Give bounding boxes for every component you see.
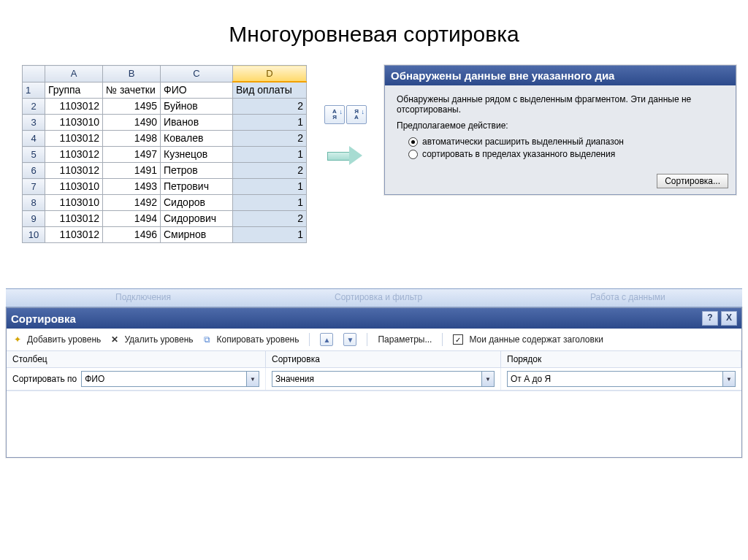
- sort-by-label: Сортировать по: [12, 374, 77, 384]
- cell[interactable]: 1492: [103, 195, 161, 211]
- cell[interactable]: 1103010: [45, 195, 103, 211]
- sort-on-combo[interactable]: Значения ▼: [272, 371, 495, 387]
- col-header-d-selected[interactable]: D: [233, 66, 307, 83]
- cell[interactable]: 2: [233, 163, 307, 179]
- close-button[interactable]: X: [721, 311, 737, 326]
- warning-action-label: Предполагаемое действие:: [397, 120, 728, 131]
- cell[interactable]: Группа: [45, 82, 103, 99]
- column-header-column: Столбец: [7, 351, 266, 367]
- cell[interactable]: Петрович: [161, 179, 233, 195]
- cell[interactable]: 1103010: [45, 179, 103, 195]
- arrow-right-icon: [327, 146, 364, 165]
- radio-label: сортировать в пределах указанного выделе…: [422, 149, 615, 159]
- copy-level-button[interactable]: ⧉ Копировать уровень: [204, 334, 299, 345]
- row-header[interactable]: 10: [23, 227, 45, 243]
- cell[interactable]: 1496: [103, 227, 161, 243]
- add-level-button[interactable]: ✦ Добавить уровень: [14, 334, 101, 345]
- cell[interactable]: Смирнов: [161, 227, 233, 243]
- checkbox-label: Мои данные содержат заголовки: [469, 334, 603, 345]
- col-header-a[interactable]: A: [45, 66, 103, 83]
- cell[interactable]: 2: [233, 131, 307, 147]
- move-down-button[interactable]: ▼: [343, 333, 356, 346]
- spreadsheet: A B C D 1 Группа № зачетки ФИО Вид оплат…: [22, 65, 307, 243]
- warning-dialog: Обнаружены данные вне указанного диа Обн…: [384, 65, 736, 195]
- col-header-b[interactable]: B: [103, 66, 161, 83]
- headers-checkbox[interactable]: ✓ Мои данные содержат заголовки: [453, 334, 603, 345]
- cell[interactable]: 1103012: [45, 211, 103, 227]
- cell[interactable]: 1: [233, 147, 307, 163]
- warning-text: Обнаружены данные рядом с выделенным фра…: [397, 94, 728, 115]
- sort-desc-button[interactable]: ЯА↓: [346, 105, 367, 124]
- cell[interactable]: 1: [233, 115, 307, 131]
- radio-icon: [408, 137, 418, 147]
- cell[interactable]: 1103012: [45, 227, 103, 243]
- sort-field-combo[interactable]: ФИО ▼: [81, 371, 259, 387]
- cell[interactable]: № зачетки: [103, 82, 161, 99]
- cell[interactable]: Кузнецов: [161, 147, 233, 163]
- cell[interactable]: Иванов: [161, 115, 233, 131]
- col-header-c[interactable]: C: [161, 66, 233, 83]
- arrow-down-icon: ↓: [362, 108, 365, 115]
- cell[interactable]: 1491: [103, 163, 161, 179]
- row-header[interactable]: 6: [23, 163, 45, 179]
- cell[interactable]: Ковалев: [161, 131, 233, 147]
- sort-order-combo[interactable]: От А до Я ▼: [507, 371, 736, 387]
- ribbon-section-labels: Подключения Сортировка и фильтр Работа с…: [6, 288, 742, 307]
- cell[interactable]: Вид оплаты: [233, 82, 307, 99]
- cell[interactable]: 1103012: [45, 163, 103, 179]
- combo-value: ФИО: [85, 374, 104, 384]
- warning-title: Обнаружены данные вне указанного диа: [385, 66, 736, 85]
- add-level-icon: ✦: [14, 334, 24, 345]
- arrow-down-icon: ↓: [340, 108, 343, 115]
- checkbox-checked-icon: ✓: [453, 334, 463, 345]
- cell[interactable]: 1: [233, 195, 307, 211]
- cell[interactable]: ФИО: [161, 82, 233, 99]
- tool-label: Добавить уровень: [27, 334, 101, 345]
- cell[interactable]: 1: [233, 179, 307, 195]
- cell[interactable]: Сидорович: [161, 211, 233, 227]
- cell[interactable]: Буйнов: [161, 99, 233, 115]
- radio-auto-expand[interactable]: автоматически расширить выделенный диапа…: [408, 137, 728, 147]
- copy-level-icon: ⧉: [204, 334, 214, 345]
- cell[interactable]: 1495: [103, 99, 161, 115]
- row-header[interactable]: 8: [23, 195, 45, 211]
- options-button[interactable]: Параметры...: [378, 334, 432, 345]
- cell[interactable]: 1103012: [45, 99, 103, 115]
- cell[interactable]: 1490: [103, 115, 161, 131]
- move-up-button[interactable]: ▲: [320, 333, 333, 346]
- cell[interactable]: Петров: [161, 163, 233, 179]
- cell[interactable]: 1494: [103, 211, 161, 227]
- delete-level-button[interactable]: ✕ Удалить уровень: [111, 334, 193, 345]
- help-button[interactable]: ?: [702, 311, 718, 326]
- sort-confirm-button[interactable]: Сортировка...: [657, 174, 728, 188]
- radio-label: автоматически расширить выделенный диапа…: [422, 137, 624, 147]
- sort-dialog-title: Сортировка: [11, 312, 76, 325]
- cell[interactable]: 1497: [103, 147, 161, 163]
- sort-asc-button[interactable]: АЯ↓: [324, 105, 345, 124]
- corner-cell[interactable]: [23, 66, 45, 83]
- row-header[interactable]: 2: [23, 99, 45, 115]
- row-header[interactable]: 5: [23, 147, 45, 163]
- chevron-down-icon: ▼: [722, 372, 735, 386]
- cell[interactable]: 1498: [103, 131, 161, 147]
- chevron-down-icon: ▼: [481, 372, 494, 386]
- cell[interactable]: 1: [233, 227, 307, 243]
- radio-within-selection[interactable]: сортировать в пределах указанного выделе…: [408, 149, 728, 159]
- cell[interactable]: 1493: [103, 179, 161, 195]
- row-header[interactable]: 7: [23, 179, 45, 195]
- cell[interactable]: 2: [233, 99, 307, 115]
- cell[interactable]: Сидоров: [161, 195, 233, 211]
- cell[interactable]: 2: [233, 211, 307, 227]
- cell[interactable]: 1103010: [45, 115, 103, 131]
- row-header[interactable]: 9: [23, 211, 45, 227]
- row-header[interactable]: 1: [23, 82, 45, 99]
- page-title: Многоуровневая сортировка: [0, 22, 748, 47]
- column-header-order: Порядок: [501, 351, 741, 367]
- ribbon-label: Работа с данными: [590, 292, 665, 302]
- row-header[interactable]: 4: [23, 131, 45, 147]
- cell[interactable]: 1103012: [45, 131, 103, 147]
- ribbon-label: Сортировка и фильтр: [335, 292, 422, 302]
- combo-value: От А до Я: [511, 374, 551, 384]
- row-header[interactable]: 3: [23, 115, 45, 131]
- cell[interactable]: 1103012: [45, 147, 103, 163]
